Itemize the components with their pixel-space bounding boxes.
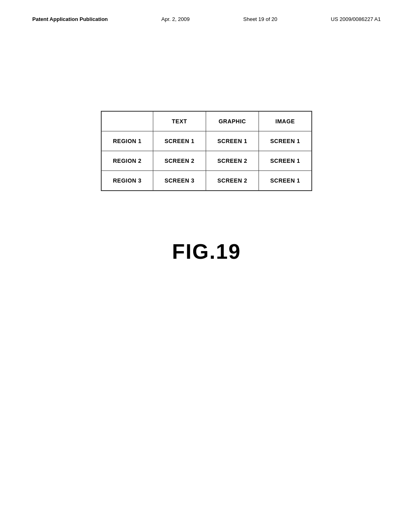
page-header: Patent Application Publication Apr. 2, 2… xyxy=(32,16,381,22)
table-row: REGION 3 SCREEN 3 SCREEN 2 SCREEN 1 xyxy=(101,171,312,191)
col-graphic-header: GRAPHIC xyxy=(206,111,259,131)
region-3-image: SCREEN 1 xyxy=(259,171,312,191)
figure-label: FIG.19 xyxy=(172,239,241,264)
region-3-label: REGION 3 xyxy=(101,171,153,191)
date-label: Apr. 2, 2009 xyxy=(161,16,190,22)
patent-number-label: US 2009/0086227 A1 xyxy=(331,16,381,22)
region-2-text: SCREEN 2 xyxy=(153,151,206,171)
col-empty xyxy=(101,111,153,131)
screen-mapping-table: TEXT GRAPHIC IMAGE REGION 1 SCREEN 1 SCR… xyxy=(101,111,312,191)
data-table-container: TEXT GRAPHIC IMAGE REGION 1 SCREEN 1 SCR… xyxy=(101,111,312,191)
region-1-label: REGION 1 xyxy=(101,131,153,151)
region-1-text: SCREEN 1 xyxy=(153,131,206,151)
main-content: TEXT GRAPHIC IMAGE REGION 1 SCREEN 1 SCR… xyxy=(32,46,381,264)
col-image-header: IMAGE xyxy=(259,111,312,131)
region-1-image: SCREEN 1 xyxy=(259,131,312,151)
region-1-graphic: SCREEN 1 xyxy=(206,131,259,151)
region-2-graphic: SCREEN 2 xyxy=(206,151,259,171)
region-3-graphic: SCREEN 2 xyxy=(206,171,259,191)
col-text-header: TEXT xyxy=(153,111,206,131)
table-row: REGION 2 SCREEN 2 SCREEN 2 SCREEN 1 xyxy=(101,151,312,171)
publication-label: Patent Application Publication xyxy=(32,16,108,22)
table-header-row: TEXT GRAPHIC IMAGE xyxy=(101,111,312,131)
page: Patent Application Publication Apr. 2, 2… xyxy=(0,0,413,532)
sheet-label: Sheet 19 of 20 xyxy=(243,16,277,22)
region-3-text: SCREEN 3 xyxy=(153,171,206,191)
region-2-label: REGION 2 xyxy=(101,151,153,171)
region-2-image: SCREEN 1 xyxy=(259,151,312,171)
table-row: REGION 1 SCREEN 1 SCREEN 1 SCREEN 1 xyxy=(101,131,312,151)
